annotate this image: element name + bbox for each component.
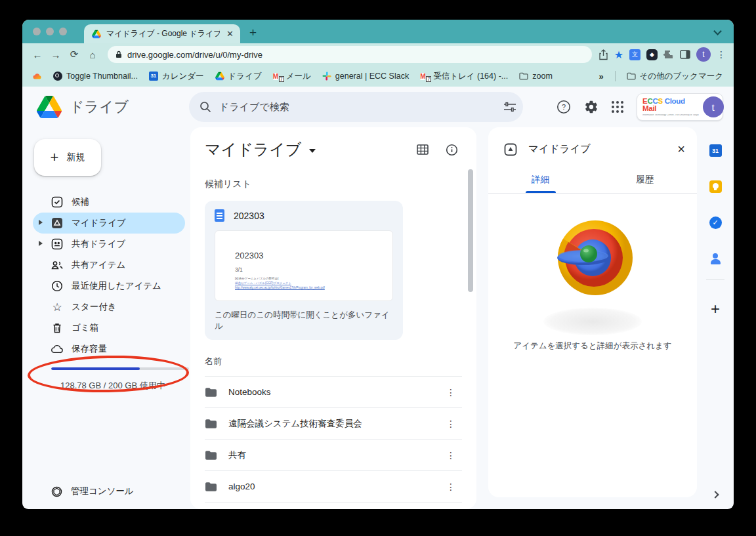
tab-search-chevron-icon[interactable] — [713, 27, 722, 35]
side-panel-icon[interactable] — [680, 50, 690, 59]
row-menu-icon[interactable]: ⋮ — [440, 419, 462, 429]
search-bar[interactable]: ドライブで検索 — [189, 92, 523, 122]
minimize-window-button[interactable] — [46, 28, 54, 35]
new-tab-button[interactable]: + — [249, 26, 257, 40]
bookmark-calendar[interactable]: 31カレンダー — [149, 71, 204, 82]
trash-icon — [51, 322, 63, 334]
url-bar[interactable]: drive.google.com/drive/u/0/my-drive — [108, 46, 592, 63]
tab-title: マイドライブ - Google ドライブ — [106, 28, 220, 39]
contacts-icon[interactable] — [709, 253, 722, 265]
back-icon[interactable]: ← — [29, 49, 46, 60]
sidebar-item-suggested[interactable]: 候補 — [33, 192, 185, 213]
sidebar-item-starred[interactable]: ☆ スター付き — [33, 297, 185, 318]
translate-icon[interactable]: 文 — [629, 49, 640, 60]
bookmarks-overflow-icon[interactable]: » — [598, 72, 603, 81]
browser-menu-icon[interactable]: ⋮ — [717, 49, 726, 60]
suggestions-label: 候補リスト — [205, 178, 467, 190]
bookmark-zoom-folder[interactable]: zoom — [519, 72, 553, 81]
browser-toolbar: ← → ⟳ ⌂ drive.google.com/drive/u/0/my-dr… — [22, 43, 734, 66]
plus-icon: + — [51, 149, 59, 166]
file-row[interactable]: Notebooks ⋮ — [205, 377, 462, 408]
tasks-icon[interactable]: ✓ — [709, 216, 722, 229]
bookmark-inbox[interactable]: M7受信トレイ (164) -... — [420, 71, 508, 82]
bookmark-mail[interactable]: M7メール — [273, 71, 311, 82]
sidebar-item-shared-with-me[interactable]: 共有アイテム — [33, 255, 185, 276]
gmail-icon: M7 — [273, 72, 282, 81]
star-icon: ☆ — [51, 301, 63, 313]
bookmark-drive[interactable]: ドライブ — [215, 71, 262, 82]
search-options-icon[interactable] — [503, 101, 516, 113]
bookmark-star-icon[interactable]: ★ — [614, 49, 623, 61]
drive-logo-block[interactable]: ドライブ — [37, 96, 189, 118]
folder-icon — [205, 387, 217, 398]
title-dropdown-icon[interactable] — [309, 149, 316, 153]
details-tabs: 詳細 履歴 — [488, 174, 697, 194]
browser-avatar[interactable]: t — [696, 47, 711, 62]
toolbar-actions: ★ 文 ◆ t ⋮ — [598, 47, 727, 62]
account-badge[interactable]: ECCS Cloud Mail Information Technology C… — [637, 93, 723, 121]
suggested-file-card[interactable]: 202303 202303 3/1 [組合せゲームとパズルの研究会] 組合せゲー… — [205, 201, 403, 340]
row-menu-icon[interactable]: ⋮ — [440, 387, 462, 398]
search-icon — [200, 101, 211, 113]
sidebar-item-trash[interactable]: ゴミ箱 — [33, 318, 185, 339]
page-title[interactable]: マイドライブ — [205, 139, 301, 160]
help-icon[interactable]: ? — [556, 100, 571, 114]
close-window-button[interactable] — [33, 28, 41, 35]
home-icon[interactable]: ⌂ — [84, 49, 101, 60]
dark-circle-icon — [53, 72, 62, 81]
details-title: マイドライブ — [528, 142, 666, 156]
cloud-icon — [51, 343, 63, 355]
extensions-puzzle-icon[interactable] — [663, 49, 674, 60]
file-preview-thumbnail[interactable]: 202303 3/1 [組合せゲームとパズルの研究会] 組合せゲーム・パズル(C… — [215, 230, 393, 301]
tab-activity[interactable]: 履歴 — [593, 174, 697, 193]
tab-details[interactable]: 詳細 — [488, 174, 593, 193]
sidebar-item-my-drive[interactable]: マイドライブ — [33, 213, 185, 234]
account-avatar[interactable]: t — [703, 96, 724, 117]
file-row[interactable]: algo20 ⋮ — [205, 471, 462, 503]
illustration-shadow — [543, 308, 642, 335]
grid-view-icon[interactable] — [417, 144, 429, 155]
browser-tab[interactable]: マイドライブ - Google ドライブ ✕ — [84, 24, 240, 43]
eccs-subtext: Information Technology Center, The Unive… — [642, 114, 699, 117]
keep-icon[interactable] — [709, 180, 722, 193]
browser-window: マイドライブ - Google ドライブ ✕ + ← → ⟳ ⌂ drive.g… — [22, 20, 734, 509]
bookmark-slack[interactable]: general | ECC Slack — [322, 72, 409, 81]
extension-badge-icon[interactable]: ◆ — [646, 49, 658, 60]
column-header-name[interactable]: 名前 — [205, 356, 462, 377]
forward-icon[interactable]: → — [47, 49, 64, 60]
calendar-icon: 31 — [149, 72, 158, 81]
info-icon[interactable] — [446, 144, 458, 156]
new-button[interactable]: +新規 — [34, 139, 101, 176]
sidebar-item-recent[interactable]: 最近使用したアイテム — [33, 276, 185, 297]
admin-console-link[interactable]: 管理コンソール — [33, 485, 185, 501]
lock-icon — [116, 51, 122, 58]
sidebar-item-storage[interactable]: 保存容量 — [33, 339, 185, 360]
file-row[interactable]: 遠隔会議システム技術審査委員会 ⋮ — [205, 408, 462, 440]
file-row[interactable]: 共有 ⋮ — [205, 440, 462, 471]
empty-state-text: アイテムを選択すると詳細が表示されます — [488, 340, 697, 352]
add-addon-icon[interactable]: + — [711, 300, 720, 318]
apps-grid-icon[interactable] — [612, 101, 623, 113]
reload-icon[interactable]: ⟳ — [66, 49, 83, 60]
share-icon[interactable] — [598, 49, 608, 60]
zoom-window-button[interactable] — [59, 28, 67, 35]
drive-logo-icon — [37, 96, 62, 118]
other-bookmarks[interactable]: その他のブックマーク — [627, 71, 723, 82]
calendar-icon[interactable]: 31 — [709, 144, 722, 157]
traffic-lights[interactable] — [33, 28, 67, 35]
close-icon[interactable]: × — [677, 142, 685, 157]
cloud-gradient-icon — [33, 72, 42, 81]
row-menu-icon[interactable]: ⋮ — [440, 482, 462, 492]
scrollbar[interactable] — [468, 169, 473, 292]
row-menu-icon[interactable]: ⋮ — [440, 450, 462, 461]
expand-panel-chevron-icon[interactable] — [711, 491, 719, 498]
sidebar-item-shared-drives[interactable]: 共有ドライブ — [33, 234, 185, 255]
settings-gear-icon[interactable] — [584, 100, 598, 114]
bookmark-toggle-thumbnail[interactable]: Toggle Thumbnail... — [53, 72, 138, 81]
expand-caret-icon[interactable] — [39, 241, 43, 246]
expand-caret-icon[interactable] — [39, 220, 43, 225]
bookmark-cloud[interactable] — [33, 72, 42, 81]
tab-close-icon[interactable]: ✕ — [225, 29, 235, 39]
suggested-file-name: 202303 — [234, 211, 264, 221]
eccs-logo: ECCS Cloud Mail Information Technology C… — [642, 98, 699, 117]
